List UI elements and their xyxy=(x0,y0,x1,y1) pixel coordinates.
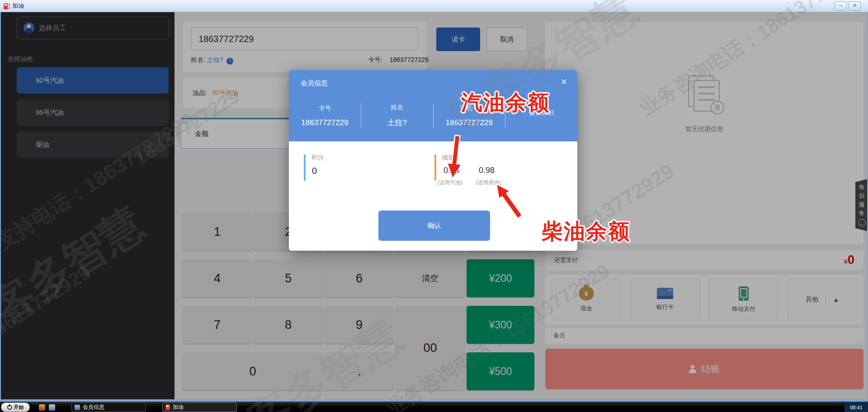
stored-diesel-caption: (适用柴油) xyxy=(476,179,501,187)
stored-gasoline-amount: 0.98 xyxy=(443,166,459,175)
minimize-button[interactable]: – xyxy=(835,1,847,10)
stored-value-bar xyxy=(434,154,436,181)
taskbar-clock: 08:41 xyxy=(844,402,868,412)
points-label: 积分 xyxy=(311,154,324,162)
fuel-pump-icon xyxy=(4,2,9,9)
tray-icon-2[interactable] xyxy=(49,404,55,411)
modal-title: 会员信息 xyxy=(301,79,328,88)
power-icon xyxy=(7,405,12,410)
close-button[interactable]: ✕ xyxy=(849,1,861,10)
taskbar-app-refuel[interactable]: 加油 xyxy=(162,403,237,412)
stored-value-label: 储值 xyxy=(442,154,454,162)
start-button[interactable]: 开始 xyxy=(1,403,30,412)
window-title: 加油 xyxy=(12,2,24,10)
pump-app-icon xyxy=(165,404,170,410)
modal-close-icon[interactable]: ✕ xyxy=(561,77,567,87)
stored-diesel-amount: 0.98 xyxy=(479,166,495,175)
confirm-button[interactable]: 确认 xyxy=(378,211,490,241)
taskbar-app-member-info[interactable]: 会员信息 xyxy=(71,403,146,412)
app-window: 加油 – ✕ 选择员工 选择油枪 92号汽油 95号汽油 柴油 姓名: 土拉? … xyxy=(0,0,868,412)
taskbar: 开始 会员信息 加油 08:41 xyxy=(0,402,868,412)
modal-col-level: 会员级别 xyxy=(505,109,577,123)
modal-col-name: 姓名 土拉? xyxy=(361,103,433,128)
member-app-icon xyxy=(75,405,80,410)
modal-col-cardno: 卡号 18637727229 xyxy=(289,104,361,127)
title-bar: 加油 – ✕ xyxy=(0,0,868,12)
modal-col-phone: 手机号 18637727229 xyxy=(434,104,505,127)
member-info-modal: 会员信息 ✕ 卡号 18637727229 姓名 土拉? 手机号 1863772… xyxy=(289,70,577,251)
stored-gasoline-caption: (适用汽油) xyxy=(437,179,462,187)
modal-header: 会员信息 ✕ 卡号 18637727229 姓名 土拉? 手机号 1863772… xyxy=(289,70,577,141)
points-value: 0 xyxy=(312,166,317,176)
tray-icon-1[interactable] xyxy=(39,404,45,411)
points-bar xyxy=(304,154,306,181)
